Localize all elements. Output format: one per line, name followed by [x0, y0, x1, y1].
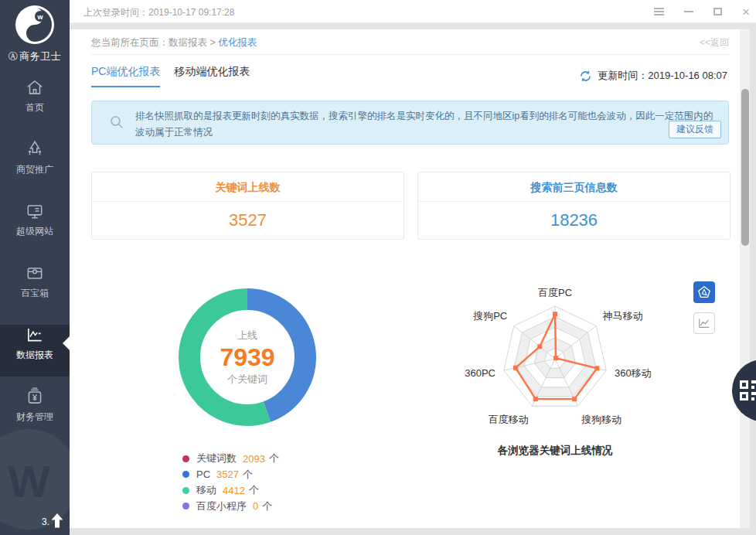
stat-card-title: 关键词上线数 — [92, 172, 404, 202]
finance-icon — [25, 387, 45, 407]
breadcrumb: 您当前所在页面：数据报表 > 优化报表 — [91, 36, 257, 49]
radar-axis-label: 360PC — [465, 367, 495, 379]
stat-card-keywords-online: 关键词上线数 3527 — [91, 172, 404, 240]
sidebar: w Ⓐ商务卫士 首页 商贸推广 超级网站 — [0, 0, 70, 535]
refresh-icon[interactable] — [579, 70, 592, 83]
sidebar-item-reports[interactable]: 数据报表 — [0, 325, 70, 377]
legend-item[interactable]: 移动4412个 — [182, 485, 279, 496]
promotion-icon — [25, 139, 45, 159]
sidebar-item-toolbox[interactable]: 百宝箱 — [0, 263, 70, 315]
legend-value: 4412 — [223, 485, 245, 496]
brand[interactable]: w Ⓐ商务卫士 — [0, 5, 70, 63]
app-window: w Ⓐ商务卫士 首页 商贸推广 超级网站 — [0, 0, 756, 535]
radar-axis-label: 搜狗移动 — [581, 414, 621, 425]
legend-unit: 个 — [249, 483, 259, 497]
radar-axis-label: 360移动 — [615, 367, 652, 379]
radar-chart: 百度PC神马移动360移动搜狗移动百度移动360PC搜狗PC — [447, 280, 663, 458]
website-icon — [25, 201, 45, 221]
active-item-arrow — [63, 336, 70, 350]
toolbox-icon — [25, 263, 45, 283]
notice-banner: 排名快照抓取的是报表更新时刻的真实数据，搜索引擎的排名是实时变化的，且不同地区i… — [91, 101, 729, 145]
radar-axis-label: 百度PC — [538, 287, 572, 298]
legend-unit: 个 — [262, 499, 272, 513]
report-tabs: PC端优化报表 移动端优化报表 — [91, 65, 250, 87]
breadcrumb-section[interactable]: 数据报表 — [169, 37, 207, 48]
stat-card-value: 3527 — [92, 202, 404, 239]
breadcrumb-divider — [91, 54, 730, 55]
brand-badge-icon: Ⓐ — [9, 51, 19, 62]
radar-view-icon — [697, 285, 711, 299]
legend-dot-icon — [182, 471, 189, 478]
search-icon — [109, 114, 124, 130]
feedback-button[interactable]: 建议反馈 — [669, 121, 721, 138]
sidebar-item-website[interactable]: 超级网站 — [0, 201, 70, 253]
main-panel: 您当前所在页面：数据报表 > 优化报表 <<返回 PC端优化报表 移动端优化报表… — [70, 29, 740, 528]
radar-axis-label: 神马移动 — [602, 310, 643, 322]
report-icon — [25, 325, 45, 345]
legend-unit: 个 — [269, 452, 279, 465]
topbar: 上次登录时间：2019-10-17 09:17:28 × — [70, 0, 756, 23]
legend-dot-icon — [182, 487, 189, 494]
scrollbar-thumb[interactable] — [741, 89, 749, 246]
brand-name: Ⓐ商务卫士 — [0, 49, 70, 63]
update-time: 更新时间：2019-10-16 08:07 — [598, 69, 727, 83]
breadcrumb-separator: > — [209, 37, 215, 48]
sidebar-item-home[interactable]: 首页 — [0, 77, 70, 129]
donut-chart-canvas — [170, 280, 325, 438]
sidebar-footer: 3. — [0, 513, 70, 530]
legend-value: 2093 — [243, 453, 265, 465]
line-view-icon — [697, 316, 711, 330]
legend-value: 3527 — [216, 469, 239, 480]
stat-card-value: 18236 — [418, 202, 730, 239]
radar-view-button[interactable] — [693, 281, 715, 303]
window-minimize-icon[interactable] — [684, 11, 693, 12]
legend-dot-icon — [182, 503, 189, 509]
breadcrumb-current[interactable]: 优化报表 — [218, 37, 257, 48]
sidebar-item-label: 超级网站 — [0, 225, 70, 238]
legend-unit: 个 — [243, 468, 253, 482]
svg-text:w: w — [36, 13, 43, 21]
brand-logo-icon: w — [15, 5, 55, 45]
sidebar-item-label: 首页 — [0, 101, 70, 114]
sidebar-item-label: 财务管理 — [0, 411, 70, 424]
sidebar-item-label: 商贸推广 — [0, 163, 70, 176]
tab-mobile-report[interactable]: 移动端优化报表 — [174, 65, 250, 87]
stat-card-top3-pages: 搜索前三页信息数 18236 — [417, 172, 730, 240]
breadcrumb-prefix: 您当前所在页面： — [91, 37, 169, 48]
tab-pc-report[interactable]: PC端优化报表 — [91, 65, 160, 87]
donut-chart: 上线 7939 个关键词 — [170, 280, 325, 434]
legend-item[interactable]: 百度小程序0个 — [182, 501, 279, 512]
legend-label: 移动 — [196, 483, 216, 497]
radar-axis-label: 搜狗PC — [472, 310, 507, 322]
legend-dot-icon — [182, 455, 189, 462]
window-close-icon[interactable]: × — [742, 5, 750, 19]
update-time-row: 更新时间：2019-10-16 08:07 — [579, 69, 727, 83]
stat-card-title: 搜索前三页信息数 — [418, 172, 730, 202]
scrollbar-track[interactable] — [740, 29, 750, 528]
sidebar-item-finance[interactable]: 财务管理 — [0, 387, 70, 438]
back-link[interactable]: <<返回 — [700, 36, 729, 49]
home-icon — [25, 77, 45, 97]
radar-axis-label: 百度移动 — [489, 414, 529, 425]
legend-label: 百度小程序 — [196, 499, 247, 513]
notice-text: 排名快照抓取的是报表更新时刻的真实数据，搜索引擎的排名是实时变化的，且不同地区i… — [135, 111, 713, 138]
sidebar-item-label: 数据报表 — [0, 349, 70, 362]
sidebar-item-promotion[interactable]: 商贸推广 — [0, 139, 70, 191]
donut-legend: 关键词数2093个PC3527个移动4412个百度小程序0个 — [182, 453, 279, 516]
window-maximize-icon[interactable] — [713, 8, 722, 15]
qr-code-icon — [738, 379, 756, 402]
scroll-top-icon[interactable] — [51, 513, 63, 528]
legend-value: 0 — [253, 500, 258, 512]
legend-label: PC — [196, 469, 210, 480]
legend-label: 关键词数 — [196, 452, 237, 465]
sidebar-item-label: 百宝箱 — [0, 287, 70, 300]
version-label: 3. — [42, 516, 49, 527]
window-controls: × — [654, 0, 750, 23]
legend-item[interactable]: 关键词数2093个 — [182, 453, 279, 464]
radar-chart-title: 各浏览器关键词上线情况 — [439, 444, 671, 458]
last-login-time: 上次登录时间：2019-10-17 09:17:28 — [83, 6, 234, 19]
line-view-button[interactable] — [693, 312, 715, 334]
window-menu-icon[interactable] — [654, 6, 664, 17]
legend-item[interactable]: PC3527个 — [182, 469, 279, 480]
